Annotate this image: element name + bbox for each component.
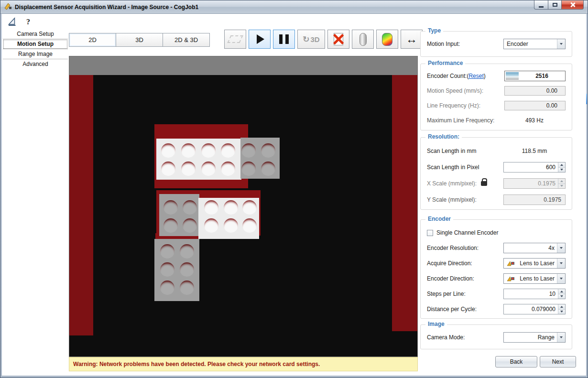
acquire-direction-select[interactable]: Lens to Laser	[503, 258, 566, 269]
tab-3d[interactable]: 3D	[116, 33, 163, 47]
maximize-button[interactable]	[548, 0, 562, 10]
spin-up-icon	[558, 179, 565, 184]
steps-per-line-input[interactable]	[504, 289, 558, 299]
encoder-group: Encoder Single Channel Encoder Encoder R…	[420, 219, 572, 319]
help-button[interactable]: ?	[23, 17, 33, 27]
steps-per-line-label: Steps per Line:	[427, 291, 503, 297]
double-arrow-icon: ↔	[406, 33, 417, 45]
lego-stud	[204, 200, 218, 215]
sidebar-item-range-image[interactable]: Range Image	[3, 49, 68, 59]
titlebar: Displacement Sensor Acquisition Wizard -…	[0, 0, 588, 14]
line-frequency-field	[504, 101, 566, 110]
spin-down-icon[interactable]	[558, 294, 565, 299]
lego-stud	[204, 218, 218, 233]
chevron-down-icon	[557, 259, 565, 268]
encoder-count-label-pre: Encoder Count:(	[427, 73, 468, 79]
encoder-direction-label: Encoder Direction:	[427, 275, 503, 282]
wizard-body: ? Camera Setup Motion Setup Range Image …	[2, 14, 586, 376]
spin-up-icon[interactable]	[558, 304, 565, 310]
spin-up-icon[interactable]	[558, 289, 565, 294]
red-x-icon	[328, 30, 349, 48]
back-button[interactable]: Back	[495, 356, 537, 367]
heatmap-icon	[382, 33, 392, 46]
motion-input-label: Motion Input:	[427, 41, 503, 47]
acquire-direction-value: Lens to Laser	[517, 260, 557, 267]
lock-icon[interactable]	[481, 181, 487, 186]
lego-stud	[201, 162, 216, 176]
camera-mode-value: Range	[507, 334, 557, 341]
sidebar-item-camera-setup[interactable]: Camera Setup	[3, 29, 68, 39]
range-red-band-right	[392, 75, 417, 331]
minimize-button[interactable]	[534, 0, 548, 10]
lego-stud	[160, 281, 174, 295]
performance-group: Performance Encoder Count:( Reset ) 2516…	[420, 64, 572, 130]
polygon-region-button[interactable]	[224, 30, 246, 49]
distance-per-cycle-stepper[interactable]	[503, 304, 566, 314]
x-scale-label-text: X Scale (mm/pixel):	[427, 180, 477, 187]
close-button[interactable]	[562, 0, 584, 10]
tab-2d[interactable]: 2D	[69, 33, 116, 47]
motion-input-value: Encoder	[507, 41, 557, 47]
scan-length-pixel-stepper[interactable]	[503, 162, 566, 173]
spin-down-icon[interactable]	[558, 310, 565, 314]
lego-stud	[261, 162, 275, 176]
app-window: Displacement Sensor Acquisition Wizard -…	[0, 0, 588, 378]
motion-speed-value	[505, 87, 565, 94]
lego-stud	[181, 162, 196, 176]
encoder-resolution-value: 4x	[507, 245, 557, 251]
camera-mode-label: Camera Mode:	[427, 334, 503, 341]
y-scale-value	[504, 196, 565, 203]
sidebar-item-advanced[interactable]: Advanced	[3, 59, 68, 69]
encoder-group-header: Encoder	[425, 216, 453, 222]
lego-stud	[161, 162, 175, 176]
color-view-button[interactable]	[376, 30, 398, 49]
spin-up-icon[interactable]	[558, 162, 565, 168]
steps-per-line-stepper[interactable]	[503, 289, 566, 299]
lego-stud	[201, 143, 216, 158]
encoder-direction-value: Lens to Laser	[517, 275, 557, 282]
distance-per-cycle-input[interactable]	[504, 304, 558, 314]
play-button[interactable]	[249, 30, 271, 49]
encoder-direction-select[interactable]: Lens to Laser	[503, 273, 566, 284]
grayscale-view-button[interactable]	[352, 30, 374, 49]
line-frequency-value	[505, 102, 565, 109]
calibration-tool-button[interactable]	[7, 17, 17, 27]
camera-mode-select[interactable]: Range	[503, 332, 566, 343]
network-warning-banner: Warning: Network problems have been dete…	[69, 357, 418, 371]
lego-stud	[183, 218, 197, 233]
play-icon	[257, 34, 264, 44]
distance-per-cycle-label: Distance per Cycle:	[427, 306, 503, 313]
single-channel-checkbox[interactable]	[427, 230, 433, 236]
center-column: 2D 3D 2D & 3D ↻ 3D ↔	[69, 14, 418, 376]
tab-2d-and-3d[interactable]: 2D & 3D	[163, 33, 210, 47]
acquisition-toolbar: ↻ 3D ↔	[224, 30, 423, 49]
next-button[interactable]: Next	[540, 356, 576, 367]
lens-to-laser-icon	[507, 260, 515, 266]
range-image-display	[69, 56, 418, 357]
image-group-header: Image	[425, 321, 447, 327]
pause-icon	[279, 34, 289, 44]
y-scale-field	[503, 194, 566, 205]
lego-stud	[241, 162, 256, 176]
single-channel-label: Single Channel Encoder	[436, 229, 498, 236]
scan-length-mm-value: 118.5 mm	[503, 148, 566, 154]
spin-down-icon[interactable]	[558, 168, 565, 173]
pan-view-button[interactable]: ↔	[401, 30, 423, 49]
encoder-resolution-select[interactable]: 4x	[503, 243, 566, 253]
lego-stud	[224, 218, 238, 233]
clear-image-button[interactable]	[327, 30, 349, 49]
sidebar-item-motion-setup[interactable]: Motion Setup	[3, 39, 68, 49]
rotate-3d-button[interactable]: ↻ 3D	[297, 30, 325, 49]
lego-stud	[160, 262, 174, 277]
range-red-band-left	[69, 75, 93, 335]
encoder-count-value: 2516	[519, 73, 565, 79]
scan-length-pixel-input[interactable]	[504, 162, 558, 172]
motion-speed-field	[504, 86, 566, 96]
pause-button[interactable]	[273, 30, 295, 49]
reset-link[interactable]: Reset	[468, 73, 483, 79]
motion-input-select[interactable]: Encoder	[503, 39, 566, 49]
spin-down-icon	[558, 184, 565, 189]
line-frequency-label: Line Frequency (Hz):	[427, 102, 504, 109]
lego-stud	[261, 143, 275, 158]
y-scale-label: Y Scale (mm/pixel):	[427, 196, 503, 203]
